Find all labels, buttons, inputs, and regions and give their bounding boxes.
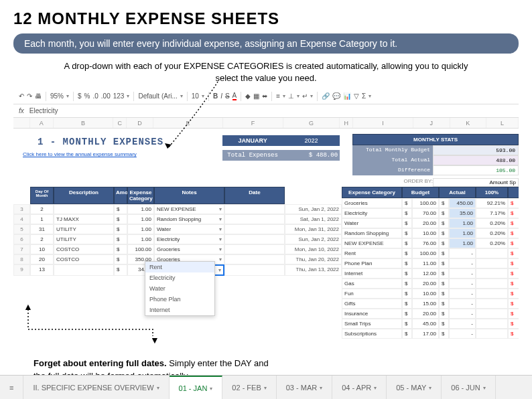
sheet-tabs[interactable]: ≡ II. SPECIFIC EXPENSE OVERVIEW ▾01 - JA… xyxy=(0,375,532,399)
category-table[interactable]: Expense CategoryBudgetActual100%Grocerie… xyxy=(342,187,519,339)
annotation-top: A drop-down with each of your EXPENSE CA… xyxy=(54,60,478,84)
dec-less-icon[interactable]: .0 xyxy=(92,92,98,100)
font-size[interactable]: 10 xyxy=(192,92,199,100)
year-label: 2022 xyxy=(283,135,340,146)
summary-link[interactable]: Click here to view the annual expense su… xyxy=(13,151,222,157)
tab-03mar[interactable]: 03 - MAR ▾ xyxy=(277,376,332,399)
link-icon[interactable]: 🔗 xyxy=(322,92,330,100)
total-exp-label: Total Expenses xyxy=(222,150,283,161)
total-exp-value: $ 488.00 xyxy=(283,150,340,161)
banner: Each month, you will enter every individ… xyxy=(13,33,519,54)
italic-icon[interactable]: I xyxy=(220,92,222,100)
category-dropdown[interactable]: RentElectricityWaterPhone PlanInternet xyxy=(145,261,215,316)
tab-menu-icon[interactable]: ≡ xyxy=(0,376,23,400)
tab-01jan[interactable]: 01 - JAN ▾ xyxy=(170,376,223,399)
column-headers: ABCDEFGHIJKL xyxy=(13,118,519,129)
formula-value[interactable]: Electricity xyxy=(29,107,58,114)
month-label: JANUARY xyxy=(222,135,283,146)
percent-icon[interactable]: % xyxy=(84,92,90,100)
comment-icon[interactable]: 💬 xyxy=(332,92,340,100)
tab-02feb[interactable]: 02 - FEB ▾ xyxy=(222,376,276,399)
tab-05may[interactable]: 05 - MAY ▾ xyxy=(387,376,442,399)
tab-iispecificexpenseoverview[interactable]: II. SPECIFIC EXPENSE OVERVIEW ▾ xyxy=(23,376,169,399)
zoom-select[interactable]: 95% xyxy=(50,92,64,100)
merge-icon[interactable]: ⬌ xyxy=(262,92,267,100)
strike-icon[interactable]: S xyxy=(225,92,230,100)
tab-06jun[interactable]: 06 - JUN ▾ xyxy=(442,376,495,399)
redo-icon[interactable]: ↷ xyxy=(27,92,32,100)
formula-bar[interactable]: fx Electricity xyxy=(13,104,519,118)
bold-icon[interactable]: B xyxy=(213,92,218,100)
spreadsheet-area[interactable]: 1 - MONTHLY EXPENSES Click here to view … xyxy=(13,129,519,339)
fill-color-icon[interactable]: ◆ xyxy=(245,92,251,100)
borders-icon[interactable]: ▦ xyxy=(253,92,259,100)
font-select[interactable]: Default (Ari... xyxy=(138,92,177,100)
filter-icon[interactable]: ▽ xyxy=(354,92,359,100)
undo-icon[interactable]: ↶ xyxy=(19,92,24,100)
align-icon[interactable]: ≡ xyxy=(276,92,280,100)
print-icon[interactable]: 🖶 xyxy=(35,92,42,100)
wrap-icon[interactable]: ↵ xyxy=(302,92,308,100)
fx-icon: fx xyxy=(19,107,24,114)
page-title: 12 MONTHLY EXPENSE SHEETS xyxy=(13,9,519,28)
stats-title: MONTHLY STATS xyxy=(352,134,519,145)
toolbar: ↶ ↷ 🖶 95%▾ $ % .0 .00 123▾ Default (Ari.… xyxy=(13,88,519,104)
text-color-icon[interactable]: A xyxy=(232,92,237,100)
dec-more-icon[interactable]: .00 xyxy=(101,92,111,100)
format-number[interactable]: 123 xyxy=(113,92,125,100)
sheet-heading: 1 - MONTHLY EXPENSES xyxy=(13,129,222,151)
valign-icon[interactable]: ⊥ xyxy=(288,92,294,100)
tab-04apr[interactable]: 04 - APR ▾ xyxy=(332,376,387,399)
currency-icon[interactable]: $ xyxy=(78,92,82,100)
chart-icon[interactable]: 📊 xyxy=(343,92,351,100)
functions-icon[interactable]: Σ xyxy=(362,92,366,100)
